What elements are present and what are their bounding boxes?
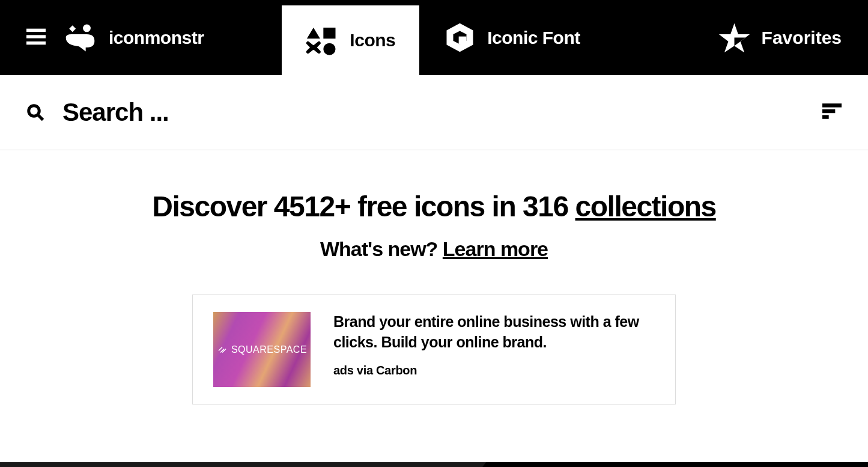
svg-marker-4	[307, 27, 320, 38]
menu-button[interactable]	[0, 28, 64, 47]
collection-count: 316	[523, 191, 568, 222]
hero-heading: Discover 4512+ free icons in 316 collect…	[12, 190, 856, 223]
star-icon	[718, 21, 751, 54]
svg-rect-1	[26, 35, 46, 38]
svg-rect-15	[822, 103, 842, 107]
filter-button[interactable]	[822, 103, 842, 122]
squarespace-icon	[217, 344, 228, 355]
svg-point-3	[83, 25, 91, 32]
search-input[interactable]	[62, 98, 822, 127]
nav-favorites-label: Favorites	[762, 28, 842, 48]
search-icon	[26, 103, 44, 121]
whatsnew-line: What's new? Learn more	[12, 237, 856, 261]
svg-rect-2	[26, 41, 46, 44]
hamburger-icon	[26, 28, 46, 45]
filter-icon	[822, 103, 842, 120]
logo-icon	[64, 21, 97, 54]
icon-count: 4512+	[274, 191, 350, 222]
svg-rect-0	[26, 28, 46, 31]
ad-block[interactable]: SQUARESPACE Brand your entire online bus…	[192, 295, 676, 404]
nav-favorites[interactable]: Favorites	[718, 21, 868, 54]
nav-icons[interactable]: Icons	[282, 5, 419, 75]
main-nav: Icons Iconic Font	[282, 0, 604, 75]
footer-banner: ´	[0, 462, 868, 467]
nav-iconic-font-label: Iconic Font	[487, 28, 580, 48]
hero: Discover 4512+ free icons in 316 collect…	[0, 150, 868, 429]
collections-link[interactable]: collections	[575, 191, 716, 222]
ad-brand: SQUARESPACE	[217, 344, 307, 355]
ad-body: Brand your entire online business with a…	[333, 312, 655, 377]
svg-line-14	[38, 115, 43, 120]
brand-name: iconmonstr	[109, 28, 204, 48]
ad-image: SQUARESPACE	[213, 312, 311, 387]
search-bar	[0, 75, 868, 150]
learn-more-link[interactable]: Learn more	[443, 237, 548, 260]
svg-rect-5	[324, 27, 336, 38]
svg-point-13	[29, 106, 40, 117]
svg-point-6	[324, 43, 336, 55]
logo[interactable]: iconmonstr	[64, 21, 204, 54]
svg-rect-17	[822, 115, 829, 118]
header: iconmonstr Icons Iconic Font	[0, 0, 868, 75]
svg-rect-9	[459, 37, 467, 44]
nav-icons-label: Icons	[350, 30, 395, 50]
nav-iconic-font[interactable]: Iconic Font	[419, 0, 604, 75]
hexagon-icon	[443, 21, 476, 54]
shapes-icon	[306, 24, 339, 57]
ad-title: Brand your entire online business with a…	[333, 312, 655, 353]
ad-via: ads via Carbon	[333, 364, 655, 377]
svg-rect-16	[822, 109, 835, 113]
